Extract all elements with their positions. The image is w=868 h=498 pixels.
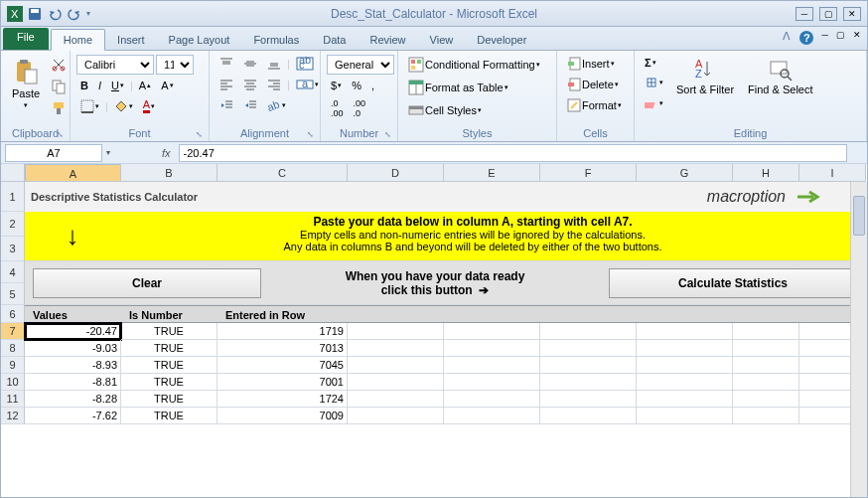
cell-E12[interactable]: [444, 408, 540, 424]
border-button[interactable]: ▾: [76, 97, 103, 115]
clipboard-dialog-icon[interactable]: ⤡: [57, 130, 64, 139]
undo-icon[interactable]: [47, 6, 63, 22]
underline-button[interactable]: U▾: [107, 78, 128, 93]
qat-dropdown-icon[interactable]: ▾: [86, 9, 90, 18]
font-dialog-icon[interactable]: ⤡: [196, 130, 203, 139]
minimize-button[interactable]: ─: [796, 7, 813, 21]
cell-A12[interactable]: -7.62: [25, 408, 121, 424]
cell-H8[interactable]: [733, 340, 799, 357]
tab-data[interactable]: Data: [311, 30, 358, 50]
align-middle-button[interactable]: [239, 55, 261, 73]
cell-D10[interactable]: [348, 374, 444, 391]
paste-button[interactable]: Paste ▾: [7, 55, 45, 118]
column-header-D[interactable]: D: [348, 164, 444, 182]
row-header-9[interactable]: 9: [1, 357, 25, 374]
close-button[interactable]: ✕: [843, 7, 861, 21]
tab-insert[interactable]: Insert: [105, 30, 157, 50]
align-top-button[interactable]: [216, 55, 237, 73]
row-header-6[interactable]: 6: [1, 305, 25, 323]
cell-A8[interactable]: -9.03: [25, 340, 121, 357]
row-header-1[interactable]: 1: [1, 182, 25, 212]
alignment-dialog-icon[interactable]: ⤡: [307, 130, 314, 139]
row-header-12[interactable]: 12: [1, 408, 25, 424]
column-header-A[interactable]: A: [25, 164, 121, 182]
tab-developer[interactable]: Developer: [465, 30, 538, 50]
cell-F7[interactable]: [540, 323, 637, 340]
cell-C12[interactable]: 7009: [217, 408, 348, 424]
cell-H10[interactable]: [733, 374, 799, 391]
cell-C8[interactable]: 7013: [217, 340, 348, 357]
align-center-button[interactable]: [239, 76, 261, 93]
namebox-dropdown-icon[interactable]: ▾: [102, 148, 114, 157]
conditional-formatting-button[interactable]: Conditional Formatting▾: [404, 55, 544, 75]
cell-D7[interactable]: [348, 323, 444, 340]
row-header-8[interactable]: 8: [1, 340, 25, 357]
name-box[interactable]: [5, 144, 102, 162]
inner-minimize-icon[interactable]: ─: [822, 30, 828, 46]
tab-file[interactable]: File: [3, 28, 49, 50]
cell-B10[interactable]: TRUE: [121, 374, 217, 391]
cell-B7[interactable]: TRUE: [121, 323, 217, 340]
cell-H12[interactable]: [733, 408, 799, 424]
row-header-5[interactable]: 5: [1, 283, 25, 305]
wrap-text-button[interactable]: abc: [292, 55, 318, 73]
row-header-2[interactable]: 2: [1, 212, 25, 237]
cut-button[interactable]: [47, 55, 71, 75]
sort-filter-button[interactable]: AZ Sort & Filter: [671, 55, 739, 112]
decrease-font-button[interactable]: A▾: [157, 78, 177, 93]
delete-cells-button[interactable]: Delete▾: [563, 76, 623, 93]
clear-button[interactable]: ▾: [641, 94, 667, 112]
align-bottom-button[interactable]: [263, 55, 285, 73]
cell-E9[interactable]: [444, 357, 540, 374]
decrease-indent-button[interactable]: [216, 96, 237, 114]
column-header-I[interactable]: I: [799, 164, 866, 182]
font-name-select[interactable]: Calibri: [76, 55, 154, 75]
cell-D9[interactable]: [348, 357, 444, 374]
cell-A10[interactable]: -8.81: [25, 374, 121, 391]
cell-F8[interactable]: [540, 340, 637, 357]
fill-button[interactable]: ▾: [641, 74, 667, 91]
cell-D8[interactable]: [348, 340, 444, 357]
cell-G12[interactable]: [637, 408, 733, 424]
row-header-11[interactable]: 11: [1, 391, 25, 408]
cell-G11[interactable]: [637, 391, 733, 408]
find-select-button[interactable]: Find & Select: [743, 55, 817, 112]
font-color-button[interactable]: A▾: [139, 96, 159, 115]
cell-D12[interactable]: [348, 408, 444, 424]
tab-review[interactable]: Review: [358, 30, 417, 50]
help-icon[interactable]: ?: [798, 30, 814, 46]
number-dialog-icon[interactable]: ⤡: [384, 130, 391, 139]
cell-A11[interactable]: -8.28: [25, 391, 121, 408]
row-header-7[interactable]: 7: [1, 323, 25, 340]
orientation-button[interactable]: ab▾: [263, 96, 290, 114]
cell-H9[interactable]: [733, 357, 799, 374]
calculate-button[interactable]: Calculate Statistics: [609, 268, 857, 298]
increase-decimal-button[interactable]: .0.00: [327, 96, 348, 120]
cell-E11[interactable]: [444, 391, 540, 408]
copy-button[interactable]: [47, 77, 71, 96]
tab-formulas[interactable]: Formulas: [241, 30, 311, 50]
cell-G10[interactable]: [637, 374, 733, 391]
decrease-decimal-button[interactable]: .00.0: [350, 96, 370, 120]
cell-F9[interactable]: [540, 357, 637, 374]
column-header-G[interactable]: G: [637, 164, 733, 182]
row-header-4[interactable]: 4: [1, 261, 25, 283]
redo-icon[interactable]: [67, 6, 82, 22]
cell-F10[interactable]: [540, 374, 637, 391]
cell-F12[interactable]: [540, 408, 637, 424]
font-size-select[interactable]: 11: [156, 55, 194, 75]
cell-C11[interactable]: 1724: [217, 391, 348, 408]
column-header-E[interactable]: E: [444, 164, 540, 182]
column-header-H[interactable]: H: [733, 164, 799, 182]
cell-E7[interactable]: [444, 323, 540, 340]
cell-E8[interactable]: [444, 340, 540, 357]
row-header-10[interactable]: 10: [1, 374, 25, 391]
clear-sheet-button[interactable]: Clear: [33, 268, 261, 298]
bold-button[interactable]: B: [76, 78, 92, 93]
cell-F11[interactable]: [540, 391, 637, 408]
italic-button[interactable]: I: [94, 78, 105, 93]
row-header-3[interactable]: 3: [1, 237, 25, 261]
increase-indent-button[interactable]: [239, 96, 261, 114]
fx-icon[interactable]: fx: [154, 147, 179, 159]
scrollbar-thumb[interactable]: [853, 196, 865, 236]
